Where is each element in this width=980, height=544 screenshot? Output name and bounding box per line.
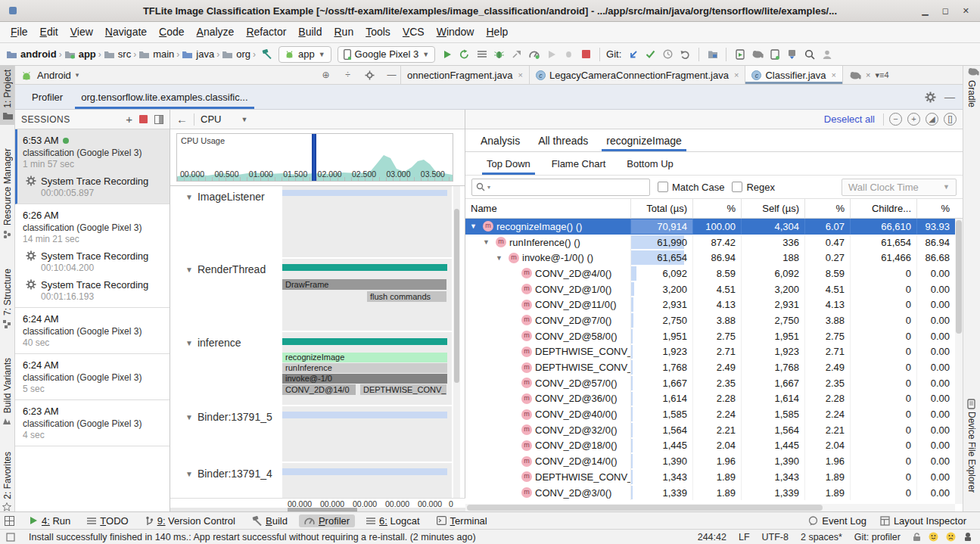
- column-header-6[interactable]: %: [916, 199, 955, 218]
- locate-icon[interactable]: ⊕: [320, 70, 331, 81]
- menu-help[interactable]: Help: [480, 22, 514, 42]
- menu-refactor[interactable]: Refactor: [240, 22, 292, 42]
- table-row[interactable]: mCONV_2D@58/0()1,9512.751,9512.7500.00: [465, 328, 963, 344]
- profile-avatar-icon[interactable]: [820, 48, 833, 61]
- search-input[interactable]: ▾: [471, 179, 650, 196]
- happy-face-icon[interactable]: [929, 532, 938, 542]
- hide-tool-window-icon[interactable]: —: [943, 85, 957, 109]
- menu-vcs[interactable]: VCS: [397, 22, 431, 42]
- git-update-icon[interactable]: [627, 48, 639, 61]
- project-view-selector[interactable]: Android: [37, 70, 71, 81]
- table-row[interactable]: mCONV_2D@57/0()1,6672.351,6672.3500.00: [465, 375, 963, 391]
- thread-name-imagelistener[interactable]: ▼ImageListener: [185, 191, 265, 203]
- view-tab-bottom-up[interactable]: Bottom Up: [616, 152, 683, 175]
- breadcrumb-android[interactable]: android: [6, 48, 57, 60]
- ide-errors-icon[interactable]: [963, 532, 972, 542]
- back-arrow-icon[interactable]: ←: [176, 113, 188, 126]
- toolwindow-button-terminal[interactable]: Terminal: [431, 514, 493, 527]
- trace-recording-item[interactable]: System Trace Recording00:00:05.897: [23, 176, 163, 198]
- toolwindow-button-9-version-control[interactable]: 9: Version Control: [140, 514, 241, 527]
- stripe-2-favorites[interactable]: 2: Favorites: [0, 444, 14, 520]
- view-tab-top-down[interactable]: Top Down: [476, 152, 541, 175]
- column-header-1[interactable]: Total (µs): [630, 199, 692, 218]
- gear-icon[interactable]: [364, 70, 375, 81]
- stripe-resource-manager[interactable]: Resource Manager: [0, 138, 14, 250]
- expand-arrow-icon[interactable]: ▼: [185, 470, 193, 478]
- sdk-manager-icon[interactable]: [786, 48, 798, 61]
- chevron-down-icon[interactable]: ▾: [76, 71, 79, 79]
- profiler-tab-session[interactable]: org.tensorflow.lite.examples.classific..…: [72, 85, 257, 109]
- trace-event-runinference[interactable]: runInference: [282, 363, 447, 373]
- expand-arrow-icon[interactable]: ▼: [496, 254, 506, 262]
- profile-button[interactable]: [527, 48, 540, 61]
- collapse-sessions-icon[interactable]: [154, 115, 163, 124]
- sync-gradle-icon[interactable]: [751, 48, 764, 61]
- trace-event-invoke-1-0[interactable]: invoke@-1/0: [282, 374, 447, 384]
- line-ending[interactable]: LF: [739, 532, 750, 542]
- view-tab-flame-chart[interactable]: Flame Chart: [541, 152, 617, 175]
- expand-arrow-icon[interactable]: ▼: [185, 266, 193, 274]
- apply-changes-restart-icon[interactable]: [458, 48, 471, 61]
- menu-code[interactable]: Code: [153, 22, 190, 42]
- table-horizontal-scrollbar[interactable]: [465, 504, 955, 511]
- editor-tab-legacycameraconnectionfragment-java[interactable]: cLegacyCameraConnectionFragment.java×: [530, 66, 745, 84]
- menu-analyze[interactable]: Analyze: [191, 22, 241, 42]
- table-row[interactable]: mCONV_2D@14/0()1,3901.961,3901.9600.00: [465, 453, 963, 469]
- table-row[interactable]: mCONV_2D@40/0()1,5852.241,5852.2400.00: [465, 406, 963, 422]
- reset-zoom-icon[interactable]: ◢: [926, 113, 938, 126]
- toolwindow-button-build[interactable]: Build: [247, 514, 293, 527]
- cpu-selector[interactable]: CPU▼: [201, 113, 247, 125]
- table-row[interactable]: mCONV_2D@7/0()2,7503.882,7503.8800.00: [465, 312, 963, 328]
- menu-navigate[interactable]: Navigate: [99, 22, 153, 42]
- thread-state-bar[interactable]: [282, 190, 447, 196]
- column-header-0[interactable]: Name: [465, 199, 630, 218]
- regex-checkbox[interactable]: Regex: [732, 182, 775, 193]
- menu-file[interactable]: File: [5, 22, 34, 42]
- stop-recording-icon[interactable]: [139, 115, 148, 123]
- analysis-tab-analysis[interactable]: Analysis: [471, 129, 529, 151]
- table-row[interactable]: mDEPTHWISE_CONV_2D1,9232.711,9232.7100.0…: [465, 344, 963, 360]
- analysis-tab-all-threads[interactable]: All threads: [529, 129, 597, 151]
- table-row[interactable]: mCONV_2D@3/0()1,3391.891,3391.8900.00: [465, 485, 963, 501]
- caret-position[interactable]: 244:42: [698, 532, 726, 542]
- trace-event-recognizeimage[interactable]: recognizeImage: [282, 353, 447, 362]
- table-row[interactable]: mCONV_2D@11/0()2,9314.132,9314.1300.00: [465, 297, 963, 312]
- stripe-1-project[interactable]: 1: Project: [0, 66, 14, 125]
- session-item[interactable]: 6:53 AMclassification (Google Pixel 3)1 …: [15, 129, 170, 204]
- editor-tabs-overflow[interactable]: ×▾≡4: [843, 66, 895, 84]
- trace-recording-item[interactable]: System Trace Recording00:10:04.200: [23, 250, 163, 273]
- menu-edit[interactable]: Edit: [34, 22, 64, 42]
- thread-state-bar[interactable]: [282, 468, 447, 475]
- stop-button[interactable]: [580, 48, 593, 61]
- column-header-3[interactable]: Self (µs): [741, 199, 804, 218]
- deselect-all-link[interactable]: Deselect all: [824, 113, 875, 125]
- expand-arrow-icon[interactable]: ▼: [185, 413, 193, 421]
- indent-setting[interactable]: 2 spaces*: [801, 532, 842, 542]
- run-button[interactable]: [440, 48, 453, 61]
- table-row[interactable]: mCONV_2D@1/0()3,2004.513,2004.5100.00: [465, 281, 963, 297]
- table-row[interactable]: mCONV_2D@4/0()6,0928.596,0928.5900.00: [465, 266, 963, 281]
- apply-code-changes-icon[interactable]: [475, 48, 488, 61]
- minimize-icon[interactable]: ▁: [922, 6, 928, 16]
- run-config-dropdown[interactable]: app▼: [278, 46, 331, 63]
- file-encoding[interactable]: UTF-8: [762, 532, 789, 542]
- editor-tab-onnectionfragment-java[interactable]: onnectionFragment.java×: [401, 66, 530, 84]
- trace-event-conv-2d-14-0[interactable]: CONV_2D@14/0: [282, 384, 356, 395]
- table-row[interactable]: mDEPTHWISE_CONV_2D1,3431.891,3431.8900.0…: [465, 469, 963, 485]
- close-tab-icon[interactable]: ×: [518, 70, 522, 79]
- close-tab-icon[interactable]: ×: [734, 70, 739, 79]
- device-manager-icon[interactable]: [733, 48, 746, 61]
- menu-window[interactable]: Window: [431, 22, 481, 42]
- toolwindow-button-4-run[interactable]: 4: Run: [23, 514, 76, 527]
- trace-event-depthwise-conv-[interactable]: DEPTHWISE_CONV_...: [360, 384, 446, 395]
- lock-icon[interactable]: [913, 533, 921, 542]
- table-row[interactable]: mCONV_2D@36/0()1,6142.281,6142.2800.00: [465, 391, 963, 407]
- sad-face-icon[interactable]: [946, 532, 956, 542]
- zoom-in-icon[interactable]: +: [907, 113, 920, 126]
- tab-list-dropdown[interactable]: ▾≡4: [875, 70, 888, 80]
- thread-name-binder-13791-4[interactable]: ▼Binder:13791_4: [185, 468, 272, 480]
- stripe-7-structure[interactable]: 7: Structure: [0, 261, 14, 337]
- table-row[interactable]: mDEPTHWISE_CONV_2D1,7682.491,7682.4900.0…: [465, 359, 963, 375]
- expand-arrow-icon[interactable]: ▼: [483, 238, 493, 246]
- clock-type-dropdown[interactable]: Wall Clock Time▼: [842, 179, 957, 196]
